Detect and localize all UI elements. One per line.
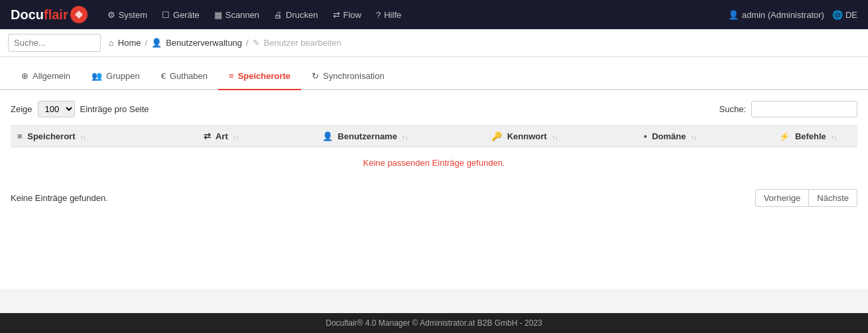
entries-select[interactable]: 10 25 50 100 [38,101,75,117]
search-label: Suche: [719,104,746,114]
nav-items: ⚙ System ☐ Geräte ▦ Scannen 🖨 Drucken ⇄ … [101,6,728,24]
toolbar-row: Zeige 10 25 50 100 Einträge pro Seite Su… [11,101,857,117]
col-art-label: Art [216,131,228,141]
col-domaene-label: Domäne [652,131,686,141]
gruppen-icon: 👥 [92,71,102,81]
tabs-bar: ⊕ Allgemein 👥 Gruppen € Guthaben ≡ Speic… [0,57,868,90]
home-icon: ⌂ [109,38,114,48]
show-label: Zeige [11,104,32,114]
data-table: ≡ Speicherort ↑↓ ⇄ Art ↑↓ 👤 Benutzername… [11,125,857,178]
domain-icon: ▪ [644,131,647,141]
nav-label-scannen: Scannen [225,10,259,20]
breadcrumb: ⌂ Home / 👤 Benutzerverwaltung / ✎ Benutz… [109,38,341,48]
logo[interactable]: Docu flair [11,6,88,23]
user-icon: 👤 [728,10,739,20]
flow-icon: ⇄ [333,10,340,20]
art-icon: ⇄ [204,131,211,141]
empty-entries-msg: Keine Einträge gefunden. [11,193,108,203]
nav-label-geraete: Geräte [173,10,200,20]
empty-message-link[interactable]: gefunden. [467,158,505,168]
col-speicherort-label: Speicherort [27,131,75,141]
col-kennwort[interactable]: 🔑 Kennwort ↑↓ [485,126,637,147]
search-right: Suche: [719,101,857,117]
nav-right: 👤 admin (Administrator) 🌐 DE [728,10,857,20]
edit-icon: ✎ [253,38,260,48]
tab-allgemein-label: Allgemein [32,71,70,81]
entries-label: Einträge pro Seite [80,104,149,114]
top-bar: ⌂ Home / 👤 Benutzerverwaltung / ✎ Benutz… [0,29,868,57]
sync-icon: ↻ [312,71,319,81]
monitor-icon: ☐ [162,10,170,20]
help-icon: ? [376,10,381,20]
storage-icon: ≡ [17,131,23,141]
tab-speicherorte[interactable]: ≡ Speicherorte [218,63,301,90]
user-mgmt-icon: 👤 [151,38,162,48]
sort-icon-speicherort: ↑↓ [80,134,86,141]
col-benutzername-label: Benutzername [338,131,397,141]
sort-icon-domaene: ↑↓ [691,134,697,141]
col-domaene[interactable]: ▪ Domäne ↑↓ [637,126,773,147]
tab-guthaben[interactable]: € Guthaben [151,63,218,90]
lightning-icon: ⚡ [779,131,790,141]
col-benutzername[interactable]: 👤 Benutzername ↑↓ [316,126,485,147]
lang-switcher[interactable]: 🌐 DE [832,10,857,20]
next-button[interactable]: Nächste [809,189,857,207]
user-info[interactable]: 👤 admin (Administrator) [728,10,824,20]
logo-flair: flair [44,7,68,23]
sort-icon-art: ↑↓ [233,134,239,141]
speicherorte-icon: ≡ [229,71,234,81]
sort-icon-befehle: ↑↓ [831,134,837,141]
tab-synchronisation-label: Synchronisation [323,71,385,81]
user-col-icon: 👤 [322,131,333,141]
col-kennwort-label: Kennwort [507,131,547,141]
nav-label-system: System [119,10,147,20]
nav-item-scannen[interactable]: ▦ Scannen [208,6,266,24]
globe-icon: 🌐 [832,10,843,20]
tab-allgemein[interactable]: ⊕ Allgemein [11,63,81,90]
scan-icon: ▦ [214,10,222,20]
sort-icon-benutzername: ↑↓ [403,134,408,141]
table-header: ≡ Speicherort ↑↓ ⇄ Art ↑↓ 👤 Benutzername… [11,126,857,147]
empty-message-pre: Keine passenden Einträge [363,158,467,168]
pagination-row: Keine Einträge gefunden. Vorherige Nächs… [11,189,857,207]
col-art[interactable]: ⇄ Art ↑↓ [197,126,316,147]
allgemein-icon: ⊕ [21,71,29,81]
nav-item-drucken[interactable]: 🖨 Drucken [267,6,324,24]
search-box [8,34,101,52]
tab-gruppen-label: Gruppen [106,71,140,81]
col-befehle-label: Befehle [795,131,826,141]
nav-label-flow: Flow [343,10,361,20]
user-label: admin (Administrator) [742,10,824,20]
prev-button[interactable]: Vorherige [755,189,810,207]
show-entries: Zeige 10 25 50 100 Einträge pro Seite [11,101,149,117]
tab-guthaben-label: Guthaben [170,71,208,81]
table-search-input[interactable] [751,101,857,117]
breadcrumb-sep-2: / [246,38,249,48]
nav-item-system[interactable]: ⚙ System [101,6,154,24]
breadcrumb-benutzerverwaltung[interactable]: Benutzerverwaltung [166,38,242,48]
sort-icon-kennwort: ↑↓ [552,134,558,141]
breadcrumb-sep-1: / [145,38,148,48]
key-icon: 🔑 [491,131,502,141]
col-befehle[interactable]: ⚡ Befehle ↑↓ [773,126,857,147]
tab-synchronisation[interactable]: ↻ Synchronisation [301,63,395,90]
table-body: Keine passenden Einträge gefunden. [11,147,857,179]
nav-label-drucken: Drucken [286,10,318,20]
nav-item-geraete[interactable]: ☐ Geräte [155,6,206,24]
search-input[interactable] [8,34,101,52]
nav-item-flow[interactable]: ⇄ Flow [326,6,368,24]
col-speicherort[interactable]: ≡ Speicherort ↑↓ [11,126,197,147]
gear-icon: ⚙ [107,10,115,20]
logo-docu: Docu [11,7,44,23]
print-icon: 🖨 [274,10,282,20]
tab-gruppen[interactable]: 👥 Gruppen [81,63,151,90]
guthaben-icon: € [161,71,166,81]
logo-icon [70,6,88,23]
nav-item-hilfe[interactable]: ? Hilfe [369,6,408,24]
nav-label-hilfe: Hilfe [384,10,401,20]
breadcrumb-active: Benutzer bearbeiten [264,38,341,48]
empty-row: Keine passenden Einträge gefunden. [11,147,857,179]
pagination-buttons: Vorherige Nächste [755,189,857,207]
breadcrumb-home[interactable]: Home [118,38,141,48]
lang-label: DE [845,10,857,20]
